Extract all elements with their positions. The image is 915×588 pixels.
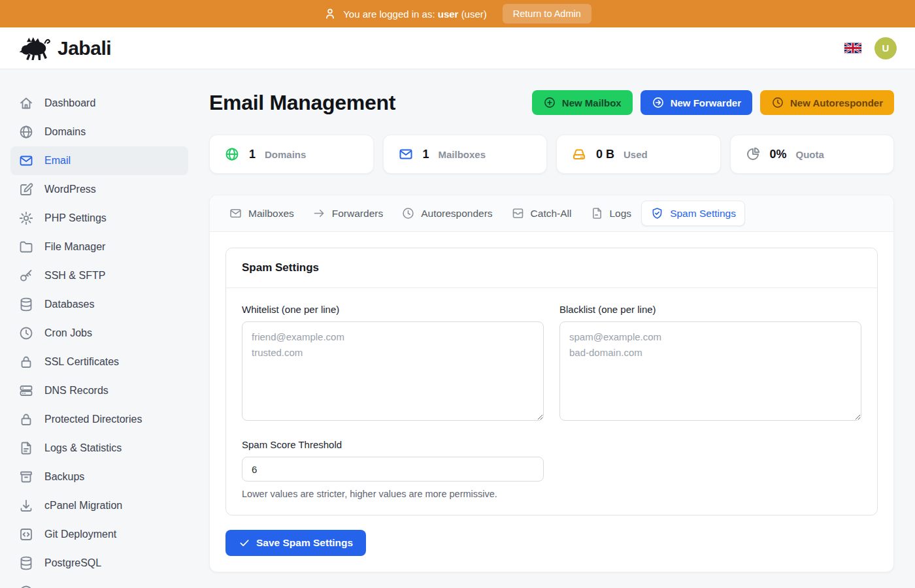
whitelist-textarea[interactable] — [242, 321, 544, 421]
app-header: Jabali U — [0, 27, 915, 69]
tab-mailboxes[interactable]: Mailboxes — [220, 201, 303, 225]
tab-forwarders[interactable]: Forwarders — [304, 201, 391, 225]
threshold-help-text: Lower values are stricter, higher values… — [242, 489, 544, 499]
sidebar-item-logs-statistics[interactable]: Logs & Statistics — [10, 434, 188, 463]
sidebar-item-email[interactable]: Email — [10, 146, 188, 175]
server-icon — [18, 383, 34, 399]
inbox-icon — [511, 206, 525, 220]
gear-icon — [18, 210, 34, 226]
spam-settings-panel: Spam Settings Whitelist (one per line) B… — [210, 232, 893, 572]
shield-check-icon — [650, 206, 664, 220]
threshold-label: Spam Score Threshold — [242, 439, 544, 450]
stat-label: Domains — [265, 149, 306, 160]
sidebar-item-cpanel-migration[interactable]: cPanel Migration — [10, 491, 188, 520]
mail-icon — [18, 153, 34, 169]
edit-icon — [18, 182, 34, 197]
database-icon — [18, 555, 34, 571]
new-forwarder-button[interactable]: New Forwarder — [640, 90, 752, 115]
impersonated-role: (user) — [461, 8, 487, 20]
brand-name: Jabali — [58, 37, 111, 59]
sidebar-item-protected-directories[interactable]: Protected Directories — [10, 405, 188, 434]
email-tab-strip: Mailboxes Forwarders Autoresponders Catc… — [210, 195, 893, 232]
lock-icon — [18, 412, 34, 427]
stat-value: 1 — [249, 148, 256, 161]
spam-settings-card-title: Spam Settings — [226, 248, 877, 288]
arrow-right-icon — [312, 206, 326, 220]
impersonation-message: You are logged in as: user (user) — [343, 8, 487, 20]
sidebar-item-postgresql[interactable]: PostgreSQL — [10, 549, 188, 578]
sidebar-nav: Dashboard Domains Email WordPress PHP Se… — [0, 69, 199, 588]
mail-icon — [398, 146, 414, 162]
stat-card-quota: 0% Quota — [730, 135, 895, 174]
pie-chart-icon — [745, 146, 761, 162]
mail-icon — [229, 206, 242, 220]
spam-score-threshold-input[interactable] — [242, 457, 544, 482]
sidebar-item-file-manager[interactable]: File Manager — [10, 233, 188, 261]
tab-autoresponders[interactable]: Autoresponders — [393, 201, 501, 225]
stat-label: Quota — [796, 149, 824, 160]
stat-card-mailboxes: 1 Mailboxes — [383, 135, 548, 174]
clock-icon — [18, 325, 34, 341]
lock-icon — [18, 354, 34, 370]
impersonated-username: user — [438, 8, 459, 20]
sidebar-item-databases[interactable]: Databases — [10, 290, 188, 319]
new-autoresponder-button[interactable]: New Autoresponder — [760, 90, 894, 115]
file-icon — [590, 206, 604, 220]
archive-icon — [18, 469, 34, 485]
user-icon — [324, 7, 337, 20]
sidebar-item-dns-records[interactable]: DNS Records — [10, 376, 188, 405]
sidebar-item-git-deployment[interactable]: Git Deployment — [10, 520, 188, 549]
stat-card-domains: 1 Domains — [209, 135, 374, 174]
check-icon — [239, 537, 250, 549]
hard-drive-icon — [571, 146, 587, 162]
sidebar-item-wordpress[interactable]: WordPress — [10, 175, 188, 204]
globe-icon — [224, 146, 240, 162]
stat-label: Mailboxes — [439, 149, 486, 160]
sidebar-item-cron-jobs[interactable]: Cron Jobs — [10, 319, 188, 348]
database-icon — [18, 297, 34, 312]
sidebar-item-ssl-certificates[interactable]: SSL Certificates — [10, 348, 188, 376]
home-icon — [18, 95, 34, 111]
stat-card-used: 0 B Used — [556, 135, 721, 174]
arrow-right-circle-icon — [652, 96, 665, 109]
boar-logo-icon — [18, 35, 52, 61]
email-tabs-card: Mailboxes Forwarders Autoresponders Catc… — [209, 195, 894, 572]
sidebar-item-ssh-sftp[interactable]: SSH & SFTP — [10, 261, 188, 290]
new-mailbox-button[interactable]: New Mailbox — [532, 90, 633, 115]
sidebar-item-more[interactable] — [10, 578, 188, 588]
blacklist-textarea[interactable] — [559, 321, 861, 421]
key-icon — [18, 268, 34, 284]
folder-icon — [18, 239, 34, 255]
code-icon — [18, 527, 34, 542]
stat-value: 1 — [423, 148, 429, 161]
download-icon — [18, 498, 34, 514]
stat-label: Used — [624, 149, 648, 160]
whitelist-label: Whitelist (one per line) — [242, 304, 544, 315]
tab-spam-settings[interactable]: Spam Settings — [641, 201, 745, 226]
stat-value: 0 B — [596, 148, 614, 161]
brand-logo[interactable]: Jabali — [18, 35, 111, 61]
user-avatar[interactable]: U — [874, 37, 897, 59]
file-text-icon — [18, 440, 34, 456]
main-content: Email Management New Mailbox New Forward… — [199, 69, 915, 588]
save-spam-settings-button[interactable]: Save Spam Settings — [225, 530, 366, 556]
stat-value: 0% — [770, 148, 787, 161]
globe-icon — [18, 124, 34, 140]
sidebar-item-backups[interactable]: Backups — [10, 463, 188, 491]
sidebar-item-php-settings[interactable]: PHP Settings — [10, 204, 188, 233]
tab-logs[interactable]: Logs — [582, 201, 640, 225]
language-flag-icon[interactable] — [844, 42, 861, 54]
page-title: Email Management — [209, 91, 395, 115]
return-to-admin-button[interactable]: Return to Admin — [503, 4, 591, 24]
sidebar-item-dashboard[interactable]: Dashboard — [10, 89, 188, 118]
sidebar-item-domains[interactable]: Domains — [10, 118, 188, 146]
tab-catch-all[interactable]: Catch-All — [503, 201, 580, 225]
clock-icon — [771, 96, 784, 109]
plus-circle-icon — [543, 96, 556, 109]
blacklist-label: Blacklist (one per line) — [559, 304, 861, 315]
clock-icon — [401, 206, 415, 220]
impersonation-bar: You are logged in as: user (user) Return… — [0, 0, 915, 27]
circle-icon — [18, 584, 34, 588]
